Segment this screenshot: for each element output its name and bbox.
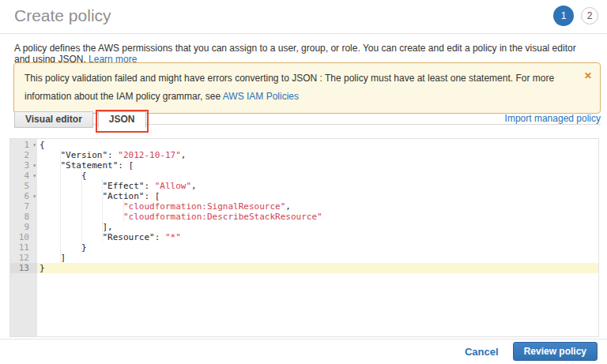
code-token-string: "cloudformation:SignalResource" xyxy=(123,201,285,212)
code-token-string: "*" xyxy=(165,232,181,242)
step-indicator: 1 2 xyxy=(553,6,598,26)
code-token-string: "2012-10-17" xyxy=(118,150,180,160)
code-token-plain: , xyxy=(191,181,197,191)
code-line-12[interactable]: ] xyxy=(37,253,598,263)
validation-alert: This policy validation failed and might … xyxy=(13,62,601,114)
code-line-11[interactable]: } xyxy=(37,242,598,253)
code-line-9[interactable]: ], xyxy=(37,222,598,232)
code-token-plain: "Version": xyxy=(40,150,118,160)
gutter-line-number: 2 xyxy=(10,150,37,160)
page-title: Create policy xyxy=(14,6,111,25)
gutter-line-number[interactable]: 6▾ xyxy=(10,191,37,201)
cancel-button[interactable]: Cancel xyxy=(465,346,499,358)
alert-iam-policies-link[interactable]: AWS IAM Policies xyxy=(223,91,299,102)
code-token-plain: , xyxy=(181,150,187,160)
json-code-editor[interactable]: 1▾23▾4▾56▾78910111213 { "Version": "2012… xyxy=(9,138,599,337)
step-badge-2: 2 xyxy=(581,7,598,24)
gutter-line-number: 10 xyxy=(10,232,37,242)
editor-gutter: 1▾23▾4▾56▾78910111213 xyxy=(10,139,37,336)
gutter-line-number: 7 xyxy=(10,201,37,212)
code-token-plain: } xyxy=(40,242,87,253)
code-token-plain: , xyxy=(285,201,291,212)
code-line-7[interactable]: "cloudformation:SignalResource", xyxy=(37,201,598,212)
code-line-5[interactable]: "Effect": "Allow", xyxy=(37,181,598,191)
import-managed-policy-link[interactable]: Import managed policy xyxy=(505,113,601,124)
fold-caret-icon[interactable]: ▾ xyxy=(32,161,36,170)
code-token-plain: ] xyxy=(40,253,66,263)
gutter-line-number[interactable]: 4▾ xyxy=(10,171,37,181)
code-token-plain: "Action": [ xyxy=(40,191,160,201)
gutter-line-number: 12 xyxy=(10,253,37,263)
code-token-string: "Allow" xyxy=(155,181,191,191)
footer-actions: Cancel Review policy xyxy=(465,339,598,364)
code-token-plain: "Effect": xyxy=(40,181,155,191)
code-lines[interactable]: { "Version": "2012-10-17", "Statement": … xyxy=(37,139,598,336)
fold-caret-icon[interactable]: ▾ xyxy=(32,192,36,201)
code-line-8[interactable]: "cloudformation:DescribeStackResource" xyxy=(37,212,598,222)
code-line-3[interactable]: "Statement": [ xyxy=(37,160,598,171)
gutter-line-number[interactable]: 1▾ xyxy=(10,140,37,150)
tab-json-label: JSON xyxy=(109,114,135,125)
gutter-line-number: 13 xyxy=(10,263,37,273)
gutter-line-number: 9 xyxy=(10,222,37,232)
code-line-2[interactable]: "Version": "2012-10-17", xyxy=(37,150,598,160)
gutter-line-number: 8 xyxy=(10,212,37,222)
code-line-13[interactable]: } xyxy=(37,263,598,273)
code-line-10[interactable]: "Resource": "*" xyxy=(37,232,598,242)
gutter-line-number: 11 xyxy=(10,242,37,253)
review-policy-button[interactable]: Review policy xyxy=(513,342,598,361)
code-line-1[interactable]: { xyxy=(37,140,598,150)
indent-guide xyxy=(60,149,61,262)
close-icon[interactable]: ✕ xyxy=(584,67,592,85)
indent-guide xyxy=(81,170,82,252)
code-token-string: "cloudformation:DescribeStackResource" xyxy=(123,212,322,222)
gutter-line-number: 5 xyxy=(10,181,37,191)
step-badge-1: 1 xyxy=(553,6,574,26)
tab-json[interactable]: JSON xyxy=(98,111,146,128)
fold-caret-icon[interactable]: ▾ xyxy=(32,141,36,149)
code-line-6[interactable]: "Action": [ xyxy=(37,191,598,201)
code-line-4[interactable]: { xyxy=(37,171,598,181)
editor-tabs: Visual editor JSON xyxy=(14,111,151,128)
code-token-plain: { xyxy=(40,171,87,181)
tab-visual-editor[interactable]: Visual editor xyxy=(14,111,93,128)
code-token-plain: { xyxy=(40,140,45,150)
header-divider xyxy=(0,33,607,34)
indent-guide xyxy=(123,201,124,221)
intro-text: A policy defines the AWS permissions tha… xyxy=(14,43,593,65)
gutter-line-number[interactable]: 3▾ xyxy=(10,160,37,171)
code-token-plain: } xyxy=(40,263,45,273)
indent-guide xyxy=(102,180,103,242)
code-token-plain: "Statement": [ xyxy=(40,160,134,171)
fold-caret-icon[interactable]: ▾ xyxy=(32,171,36,180)
